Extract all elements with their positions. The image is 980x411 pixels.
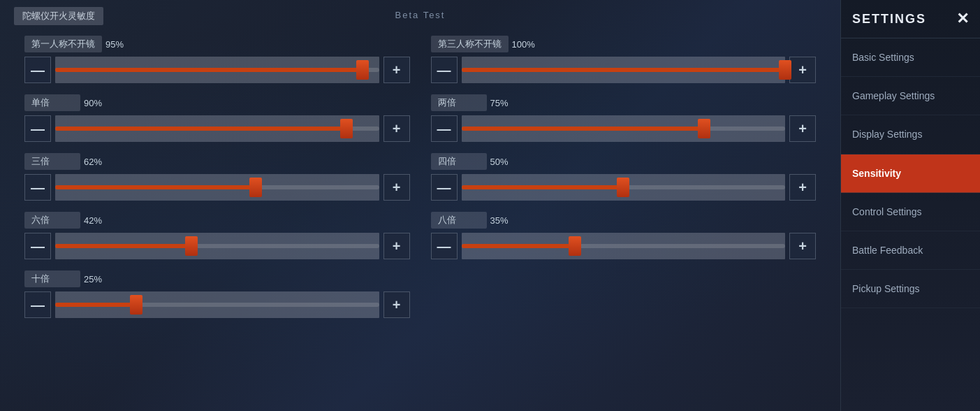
sidebar: SETTINGS ✕ Basic SettingsGameplay Settin… [840, 0, 980, 411]
slider-value-s1: 95% [105, 39, 124, 50]
sidebar-title: SETTINGS [852, 12, 926, 27]
slider-thumb-s2[interactable] [779, 60, 791, 80]
slider-control-s2: —+ [431, 57, 817, 83]
sidebar-item-control[interactable]: Control Settings [841, 193, 980, 231]
slider-thumb-s8[interactable] [569, 236, 581, 256]
slider-value-s9: 25% [84, 274, 102, 284]
slider-control-s7: —+ [24, 233, 410, 259]
sidebar-item-gameplay[interactable]: Gameplay Settings [841, 77, 980, 115]
plus-button-s7[interactable]: + [383, 233, 410, 259]
slider-track-s3[interactable] [55, 115, 379, 142]
slider-track-bg-s1 [55, 68, 379, 72]
slider-label-row-s6: 四倍50% [431, 153, 817, 170]
slider-label-s1: 第一人称不开镜 [24, 36, 102, 52]
slider-thumb-s1[interactable] [356, 60, 369, 80]
plus-button-s4[interactable]: + [789, 115, 816, 142]
slider-value-s6: 50% [490, 157, 509, 167]
slider-label-row-s9: 十倍25% [24, 271, 410, 287]
slider-label-row-s7: 六倍42% [24, 212, 410, 229]
slider-label-row-s2: 第三人称不开镜100% [431, 36, 817, 52]
slider-control-s9: —+ [24, 291, 410, 318]
slider-fill-s3 [55, 127, 346, 131]
sidebar-item-basic[interactable]: Basic Settings [841, 38, 980, 77]
slider-value-s3: 90% [84, 98, 102, 108]
slider-group-s4: 两倍75%—+ [420, 89, 827, 147]
slider-fill-s6 [462, 185, 624, 189]
plus-button-s1[interactable]: + [383, 57, 410, 83]
slider-fill-s5 [55, 185, 256, 189]
plus-button-s2[interactable]: + [789, 57, 816, 83]
slider-control-s1: —+ [24, 57, 410, 83]
plus-button-s9[interactable]: + [383, 291, 410, 318]
slider-fill-s8 [462, 244, 575, 248]
slider-label-s9: 十倍 [24, 271, 80, 287]
slider-track-s1[interactable] [55, 57, 379, 83]
top-label: 陀螺仪开火灵敏度 [14, 7, 103, 25]
slider-track-bg-s2 [462, 68, 786, 72]
minus-button-s2[interactable]: — [431, 57, 458, 83]
slider-track-s9[interactable] [55, 291, 379, 318]
minus-button-s7[interactable]: — [24, 233, 51, 259]
slider-thumb-s5[interactable] [249, 178, 262, 197]
slider-track-s7[interactable] [55, 233, 379, 259]
slider-label-s5: 三倍 [24, 153, 80, 170]
slider-fill-s4 [462, 127, 705, 131]
slider-fill-s7 [55, 244, 191, 248]
minus-button-s3[interactable]: — [24, 115, 51, 142]
minus-button-s8[interactable]: — [431, 233, 458, 259]
slider-thumb-s4[interactable] [698, 119, 710, 138]
minus-button-s5[interactable]: — [24, 174, 51, 201]
minus-button-s1[interactable]: — [24, 57, 51, 83]
slider-thumb-s9[interactable] [130, 295, 142, 315]
slider-control-s3: —+ [24, 115, 410, 142]
slider-track-s5[interactable] [55, 174, 379, 201]
slider-label-s6: 四倍 [431, 153, 487, 170]
sidebar-item-pickup[interactable]: Pickup Settings [841, 270, 980, 308]
sidebar-item-sensitivity[interactable]: Sensitivity [841, 154, 980, 193]
slider-thumb-s6[interactable] [617, 178, 629, 197]
slider-track-bg-s4 [462, 127, 786, 131]
plus-button-s6[interactable]: + [789, 174, 816, 201]
slider-group-s9: 十倍25%—+ [14, 265, 420, 324]
slider-group-empty [420, 265, 827, 324]
slider-thumb-s3[interactable] [340, 119, 353, 138]
slider-label-s4: 两倍 [431, 94, 487, 111]
slider-label-row-s4: 两倍75% [431, 94, 817, 111]
sidebar-header: SETTINGS ✕ [841, 0, 980, 38]
slider-fill-s1 [55, 68, 363, 72]
slider-value-s4: 75% [490, 98, 509, 108]
plus-button-s3[interactable]: + [383, 115, 410, 142]
close-button[interactable]: ✕ [956, 10, 969, 28]
slider-track-bg-s7 [55, 244, 379, 248]
minus-button-s4[interactable]: — [431, 115, 458, 142]
slider-group-s7: 六倍42%—+ [14, 206, 420, 265]
beta-header: Beta Test [14, 7, 826, 23]
slider-control-s6: —+ [431, 174, 817, 201]
slider-label-row-s8: 八倍35% [431, 212, 817, 229]
slider-fill-s9 [55, 303, 136, 307]
slider-label-s3: 单倍 [24, 94, 80, 111]
slider-track-bg-s8 [462, 244, 786, 248]
slider-control-s8: —+ [431, 233, 817, 259]
sidebar-item-battle[interactable]: Battle Feedback [841, 231, 980, 270]
slider-track-s4[interactable] [462, 115, 786, 142]
sidebar-item-display[interactable]: Display Settings [841, 115, 980, 154]
slider-group-s5: 三倍62%—+ [14, 147, 420, 206]
slider-group-s8: 八倍35%—+ [420, 206, 827, 265]
plus-button-s8[interactable]: + [789, 233, 816, 259]
slider-label-row-s1: 第一人称不开镜95% [24, 36, 410, 52]
slider-track-s8[interactable] [462, 233, 786, 259]
slider-track-s6[interactable] [462, 174, 786, 201]
slider-thumb-s7[interactable] [185, 236, 198, 256]
minus-button-s9[interactable]: — [24, 291, 51, 318]
slider-value-s7: 42% [84, 215, 102, 226]
minus-button-s6[interactable]: — [431, 174, 458, 201]
plus-button-s5[interactable]: + [383, 174, 410, 201]
slider-track-s2[interactable] [462, 57, 786, 83]
slider-track-bg-s9 [55, 303, 379, 307]
slider-track-bg-s5 [55, 185, 379, 189]
slider-label-s2: 第三人称不开镜 [431, 36, 509, 52]
main-content: Beta Test 陀螺仪开火灵敏度 第一人称不开镜95%—+第三人称不开镜10… [0, 0, 840, 411]
slider-value-s8: 35% [490, 215, 509, 226]
slider-control-s4: —+ [431, 115, 817, 142]
